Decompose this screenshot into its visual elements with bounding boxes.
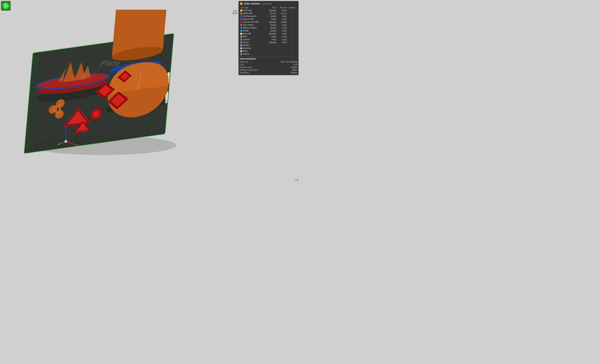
line-type-row[interactable]: Internal solid infill49m59s15.8%✓ xyxy=(240,20,297,23)
line-type-display[interactable]: ✓ xyxy=(287,29,297,32)
line-type-percent xyxy=(277,44,287,47)
line-type-row[interactable]: Retract✓ xyxy=(240,44,297,47)
line-type-time: 1m53s xyxy=(266,15,277,18)
col-display: Display xyxy=(287,6,297,9)
line-type-time: 49m59s xyxy=(266,20,277,23)
filament-value: 39.77 m 126.28 g xyxy=(281,61,297,63)
line-type-display[interactable]: ✓ xyxy=(287,26,297,29)
line-type-percent: 8.4% xyxy=(277,32,287,35)
visibility-check[interactable]: ✓ xyxy=(291,29,293,32)
plate-watermark: Plate xyxy=(99,59,122,67)
col-time: Time xyxy=(266,6,277,9)
color-swatch xyxy=(240,9,242,12)
color-swatch xyxy=(240,41,242,44)
coord-line-1: 1 xyxy=(295,177,299,179)
line-type-row[interactable]: Outer wall2h27m46.7%✓ xyxy=(240,12,297,15)
total-time-value: 5h15m xyxy=(291,71,297,74)
line-type-row[interactable]: Gap infill26m25s8.4%✓ xyxy=(240,32,297,35)
total-time-label: Total time: xyxy=(240,71,249,74)
line-type-name: Overhang wall xyxy=(240,15,266,18)
visibility-check[interactable]: ✓ xyxy=(291,50,293,52)
line-type-row[interactable]: Unretract✓ xyxy=(240,47,297,50)
visibility-check[interactable]: ✓ xyxy=(291,24,293,26)
line-type-percent xyxy=(277,50,287,53)
line-type-time: 2m8s xyxy=(266,35,277,38)
line-type-display[interactable]: ✓ xyxy=(287,47,297,50)
line-type-percent: 46.7% xyxy=(277,12,287,15)
col-linetype: Line Type xyxy=(240,6,266,9)
total-estimation-title: Total estimation xyxy=(240,58,297,60)
line-type-table: Line Type Time Percent Display Inner wal… xyxy=(240,6,297,55)
line-type-percent: 2.4% xyxy=(277,23,287,26)
line-type-display[interactable]: ✓ xyxy=(287,20,297,23)
line-type-display[interactable]: ✓ xyxy=(287,23,297,26)
filament-row: Filament: 39.77 m 126.28 g xyxy=(240,61,297,63)
panel-header: 🎨 Color scheme ∨ Line Type xyxy=(240,2,297,5)
line-type-row[interactable]: Sparse infill8m5s2.6%✓ xyxy=(240,18,297,20)
visibility-check[interactable]: ✓ xyxy=(291,44,293,46)
visibility-check[interactable]: ✓ xyxy=(291,12,293,14)
line-type-name: Internal solid infill xyxy=(240,20,266,23)
line-type-row[interactable]: Brim2m8s0.7%✓ xyxy=(240,35,297,38)
total-time-row: Total time: 5h15m xyxy=(240,71,297,74)
line-type-row[interactable]: Inner wall20m42s6.6%✓ xyxy=(240,9,297,12)
line-type-row[interactable]: Seams✓ xyxy=(240,53,297,55)
line-type-name: Inner wall xyxy=(240,9,266,12)
line-type-display[interactable]: ✓ xyxy=(287,53,297,55)
line-type-display[interactable]: ✓ xyxy=(287,12,297,15)
line-type-display[interactable]: ✓ xyxy=(287,41,297,44)
line-type-name: Sparse infill xyxy=(240,18,266,20)
panel-subtitle: ∨ Line Type xyxy=(261,2,272,5)
3d-viewport[interactable]: Plate 10 xyxy=(16,10,190,161)
line-type-row[interactable]: Wipe✓ xyxy=(240,50,297,53)
app-logo[interactable] xyxy=(1,1,11,11)
line-type-time xyxy=(266,53,277,55)
cost-value: 3.16 xyxy=(293,63,297,66)
line-type-display[interactable]: ✓ xyxy=(287,32,297,35)
line-type-display[interactable]: ✓ xyxy=(287,9,297,12)
visibility-check[interactable]: ✓ xyxy=(291,15,293,17)
visibility-check[interactable]: ✓ xyxy=(291,27,293,29)
cost-row: Cost: 3.16 xyxy=(240,63,297,66)
line-type-percent: 2.6% xyxy=(277,18,287,20)
visibility-check[interactable]: ✓ xyxy=(291,41,293,43)
line-type-time: 20m42s xyxy=(266,9,277,12)
visibility-check[interactable]: ✓ xyxy=(291,35,293,38)
line-type-name: Seams xyxy=(240,53,266,55)
line-type-row[interactable]: Overhang wall1m53s0.6%✓ xyxy=(240,15,297,18)
color-swatch xyxy=(240,33,242,35)
line-type-row[interactable]: Top surface7m35s2.4%✓ xyxy=(240,23,297,26)
visibility-check[interactable]: ✓ xyxy=(291,32,293,35)
line-type-row[interactable]: Travel30m49s9.8%✓ xyxy=(240,41,297,44)
line-type-display[interactable]: ✓ xyxy=(287,15,297,18)
line-type-row[interactable]: Bottom surface4m51s1.5%✓ xyxy=(240,26,297,29)
line-type-time xyxy=(266,47,277,50)
color-swatch xyxy=(240,53,242,55)
line-type-percent xyxy=(277,47,287,50)
line-type-percent: 0.6% xyxy=(277,15,287,18)
visibility-check[interactable]: ✓ xyxy=(291,18,293,20)
visibility-check[interactable]: ✓ xyxy=(291,9,293,11)
line-type-time: 30m49s xyxy=(266,41,277,44)
line-type-display[interactable]: ✓ xyxy=(287,38,297,41)
line-type-row[interactable]: Custom7m0s2.2%✓ xyxy=(240,38,297,41)
visibility-check[interactable]: ✓ xyxy=(291,47,293,49)
line-type-display[interactable]: ✓ xyxy=(287,18,297,20)
line-type-time: 8m5s xyxy=(266,18,277,20)
line-type-display[interactable]: ✓ xyxy=(287,50,297,53)
line-type-percent: 2.2% xyxy=(277,38,287,41)
visibility-check[interactable]: ✓ xyxy=(291,38,293,41)
panel-divider xyxy=(240,56,297,57)
total-estimation: Total estimation Filament: 39.77 m 126.2… xyxy=(240,58,297,74)
line-type-name: Bridge xyxy=(240,29,266,32)
line-type-percent: 3.0% xyxy=(277,29,287,32)
prepare-time-row: Prepare time: 6m45s xyxy=(240,66,297,69)
visibility-check[interactable]: ✓ xyxy=(291,21,293,23)
line-type-display[interactable]: ✓ xyxy=(287,44,297,47)
filament-label: Filament: xyxy=(240,61,248,63)
line-type-row[interactable]: Bridge9m30s3.0%✓ xyxy=(240,29,297,32)
svg-rect-78 xyxy=(65,140,67,142)
visibility-check[interactable]: ✓ xyxy=(291,53,293,55)
palette-icon: 🎨 xyxy=(240,2,243,5)
line-type-display[interactable]: ✓ xyxy=(287,35,297,38)
